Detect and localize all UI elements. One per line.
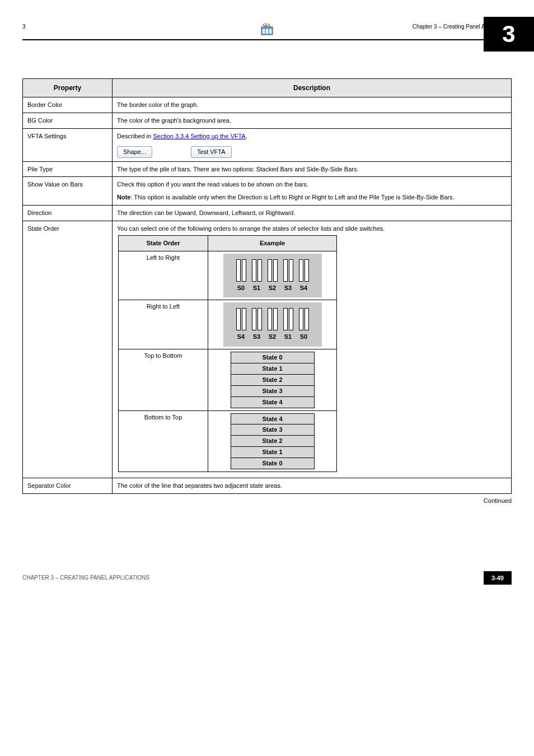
- example-ltr: S0 S1 S2 S3 S4: [208, 251, 337, 300]
- desc-pile-type: The type of the pile of bars. There are …: [113, 161, 512, 177]
- example-btt: State 4 State 3 State 2 State 1 State 0: [208, 410, 337, 472]
- bar-label: S1: [253, 284, 260, 292]
- footer-chapter: CHAPTER 3 – CREATING PANEL APPLICATIONS: [22, 575, 149, 581]
- shape-button[interactable]: Shape...: [117, 146, 152, 158]
- prop-separator-color: Separator Color: [23, 478, 113, 493]
- bar-label: S4: [300, 284, 307, 292]
- header-chapter-num: 3: [22, 24, 26, 30]
- bar-label: S1: [284, 333, 292, 341]
- bar-label: S3: [253, 333, 260, 341]
- stack-row: State 4: [231, 413, 315, 425]
- th-description: Description: [113, 79, 512, 97]
- bar-label: S0: [300, 333, 307, 341]
- properties-table: Property Description Border Color The bo…: [22, 78, 512, 494]
- stack-row: State 0: [231, 458, 315, 469]
- inner-th-order: State Order: [119, 235, 208, 251]
- desc-show-value-line1: Check this option if you want the read v…: [117, 181, 308, 188]
- bar-label: S2: [269, 284, 276, 292]
- bar-label: S4: [237, 333, 245, 341]
- desc-vfta-prefix: Described in: [117, 133, 153, 139]
- footer-page: 3-49: [484, 571, 512, 585]
- prop-direction: Direction: [23, 206, 113, 221]
- desc-show-value: Check this option if you want the read v…: [113, 177, 512, 206]
- svg-rect-3: [269, 29, 271, 34]
- prop-bg-color: BG Color: [23, 113, 113, 129]
- stack-row: State 3: [231, 424, 315, 436]
- desc-direction: The direction can be Upward, Downward, L…: [113, 206, 512, 221]
- prop-vfta: VFTA Settings: [23, 128, 113, 161]
- order-ttb: Top to Bottom: [119, 349, 208, 410]
- svg-line-6: [268, 24, 270, 27]
- state-order-intro: You can select one of the following orde…: [117, 225, 507, 233]
- desc-show-value-line2: : This option is available only when the…: [130, 194, 454, 200]
- stack-row: State 1: [231, 447, 315, 458]
- prop-state-order: State Order: [23, 221, 113, 478]
- stack-row: State 2: [231, 436, 315, 447]
- bar-label: S3: [284, 284, 292, 292]
- prop-border-color: Border Color: [23, 97, 113, 113]
- stack-row: State 4: [231, 397, 315, 408]
- continued-label: Continued: [22, 497, 512, 504]
- example-rtl: S4 S3 S2 S1 S0: [208, 300, 337, 349]
- bar-label: S2: [269, 333, 276, 341]
- state-order-table: State Order Example Left to Right S0: [118, 235, 337, 472]
- stack-row: State 2: [231, 375, 315, 386]
- bar-label: S0: [237, 284, 245, 292]
- desc-state-order: You can select one of the following orde…: [113, 221, 512, 478]
- test-vfta-button[interactable]: Test VFTA: [191, 146, 232, 158]
- th-property: Property: [23, 79, 113, 97]
- desc-separator-color: The color of the line that separates two…: [113, 478, 512, 493]
- desc-vfta-suffix: .: [246, 133, 247, 139]
- desc-vfta: Described in Section 3.3.4 Setting up th…: [113, 128, 512, 161]
- desc-border-color: The border color of the graph.: [113, 97, 512, 113]
- order-rtl: Right to Left: [119, 300, 208, 349]
- vfta-section-link[interactable]: Section 3.3.4 Setting up the VFTA: [153, 133, 246, 139]
- stack-row: State 3: [231, 386, 315, 397]
- note-label: Note: [117, 194, 130, 200]
- svg-rect-2: [266, 29, 268, 34]
- header-icon: [259, 21, 275, 39]
- desc-bg-color: The color of the graph's background area…: [113, 113, 512, 129]
- prop-pile-type: Pile Type: [23, 161, 113, 177]
- order-btt: Bottom to Top: [119, 410, 208, 472]
- stack-row: State 0: [231, 352, 315, 363]
- svg-rect-1: [263, 29, 265, 34]
- header-badge: 3: [484, 17, 534, 52]
- stack-row: State 1: [231, 363, 315, 375]
- prop-show-value: Show Value on Bars: [23, 177, 113, 206]
- example-ttb: State 0 State 1 State 2 State 3 State 4: [208, 349, 337, 410]
- inner-th-example: Example: [208, 235, 337, 251]
- order-ltr: Left to Right: [119, 251, 208, 300]
